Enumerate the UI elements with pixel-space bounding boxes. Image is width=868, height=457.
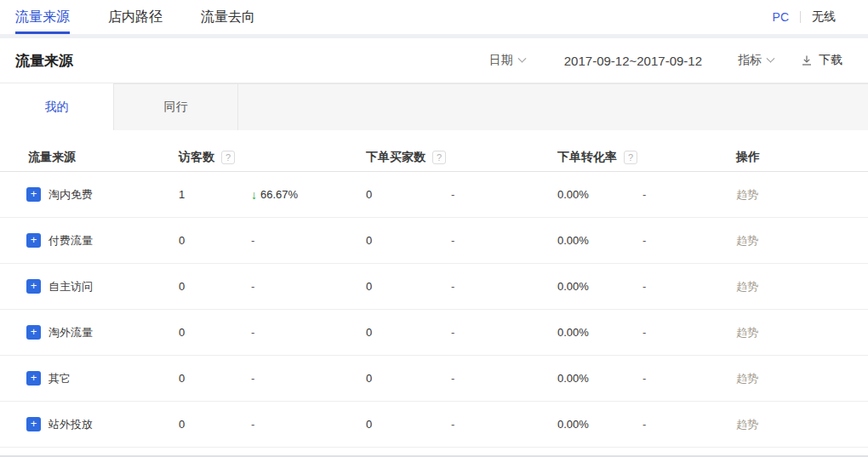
trend-link[interactable]: 趋势 bbox=[736, 371, 868, 386]
metrics-dropdown[interactable]: 指标 bbox=[738, 53, 774, 68]
divider bbox=[800, 11, 801, 23]
column-header-buyers-label: 下单买家数 bbox=[366, 150, 425, 165]
header-controls: 日期 2017-09-12~2017-09-12 指标 下载 bbox=[489, 53, 842, 68]
download-label: 下载 bbox=[819, 53, 842, 68]
expand-plus-icon[interactable]: + bbox=[26, 279, 41, 294]
buyers-change: - bbox=[451, 188, 557, 201]
conversion-value: 0.00% bbox=[557, 234, 642, 247]
nav-tab-traffic-destination[interactable]: 流量去向 bbox=[201, 0, 255, 34]
page-title: 流量来源 bbox=[15, 51, 73, 71]
table-row: + 站外投放 0 - 0 - 0.00% - 趋势 bbox=[0, 402, 868, 448]
visitors-change: - bbox=[251, 280, 366, 293]
expand-plus-icon[interactable]: + bbox=[26, 417, 41, 431]
trend-link[interactable]: 趋势 bbox=[736, 325, 868, 340]
visitors-value: 0 bbox=[179, 326, 251, 339]
source-cell: + 自主访问 bbox=[0, 279, 179, 294]
buyers-change: - bbox=[451, 234, 557, 247]
buyers-value: 0 bbox=[366, 234, 451, 247]
date-range-value[interactable]: 2017-09-12~2017-09-12 bbox=[564, 54, 702, 68]
date-dropdown[interactable]: 日期 bbox=[489, 53, 525, 68]
scope-tabs: 我的 同行 bbox=[0, 83, 868, 130]
trend-link[interactable]: 趋势 bbox=[736, 279, 868, 294]
trend-link[interactable]: 趋势 bbox=[736, 187, 868, 203]
source-label: 淘内免费 bbox=[49, 187, 93, 203]
help-icon[interactable]: ? bbox=[432, 151, 446, 164]
source-cell: + 站外投放 bbox=[0, 417, 179, 432]
expand-plus-icon[interactable]: + bbox=[26, 187, 41, 202]
visitors-change: - bbox=[251, 418, 366, 431]
source-cell: + 付费流量 bbox=[0, 233, 179, 248]
traffic-source-page: 流量来源 店内路径 流量去向 PC 无线 流量来源 日期 2017-09-12~… bbox=[0, 0, 868, 457]
visitors-value: 0 bbox=[179, 372, 251, 385]
buyers-value: 0 bbox=[366, 326, 451, 339]
expand-plus-icon[interactable]: + bbox=[26, 325, 41, 340]
source-cell: + 其它 bbox=[0, 371, 179, 386]
table-row: + 付费流量 0 - 0 - 0.00% - 趋势 bbox=[0, 218, 868, 264]
source-cell: + 淘外流量 bbox=[0, 325, 179, 340]
conversion-change: - bbox=[642, 418, 736, 431]
buyers-change: - bbox=[451, 418, 557, 431]
column-header-conversion: 下单转化率 ? bbox=[557, 150, 736, 165]
tabstrip-filler bbox=[238, 83, 868, 130]
visitors-value: 0 bbox=[179, 234, 251, 247]
top-nav: 流量来源 店内路径 流量去向 PC 无线 bbox=[0, 0, 868, 34]
visitors-change: - bbox=[251, 326, 366, 339]
source-label: 付费流量 bbox=[49, 233, 93, 248]
column-header-visitors-label: 访客数 bbox=[179, 150, 214, 165]
download-button[interactable]: 下载 bbox=[801, 53, 842, 68]
metrics-dropdown-label: 指标 bbox=[738, 53, 762, 68]
buyers-value: 0 bbox=[366, 188, 451, 201]
buyers-value: 0 bbox=[366, 418, 451, 431]
column-header-source: 流量来源 bbox=[0, 150, 179, 165]
nav-tab-instore-path[interactable]: 店内路径 bbox=[108, 0, 163, 34]
table-row: + 淘内免费 1 ↓ 66.67% 0 - 0.00% - 趋势 bbox=[0, 172, 868, 218]
content-header: 流量来源 日期 2017-09-12~2017-09-12 指标 bbox=[0, 38, 868, 83]
platform-pc-link[interactable]: PC bbox=[773, 10, 789, 24]
visitors-change: - bbox=[251, 372, 366, 385]
source-cell: + 淘内免费 bbox=[0, 187, 179, 203]
conversion-value: 0.00% bbox=[557, 280, 642, 293]
conversion-change: - bbox=[642, 280, 736, 293]
nav-tab-traffic-source[interactable]: 流量来源 bbox=[15, 0, 70, 34]
table-row: + 自主访问 0 - 0 - 0.00% - 趋势 bbox=[0, 264, 868, 310]
buyers-change: - bbox=[451, 372, 557, 385]
buyers-change: - bbox=[451, 280, 557, 293]
tab-mine[interactable]: 我的 bbox=[0, 83, 113, 130]
chevron-down-icon bbox=[517, 54, 526, 62]
platform-switcher: PC 无线 bbox=[773, 0, 868, 34]
down-arrow-icon: ↓ bbox=[251, 188, 257, 202]
conversion-change: - bbox=[642, 326, 736, 339]
table-header-row: 流量来源 访客数 ? 下单买家数 ? 下单转化率 ? 操作 bbox=[0, 143, 868, 172]
conversion-change: - bbox=[642, 188, 736, 201]
source-label: 站外投放 bbox=[49, 417, 93, 432]
buyers-value: 0 bbox=[366, 372, 451, 385]
date-dropdown-label: 日期 bbox=[489, 53, 513, 68]
table-row: + 淘外流量 0 - 0 - 0.00% - 趋势 bbox=[0, 310, 868, 356]
chevron-down-icon bbox=[767, 54, 775, 62]
table-row: + 其它 0 - 0 - 0.00% - 趋势 bbox=[0, 356, 868, 402]
trend-link[interactable]: 趋势 bbox=[736, 233, 868, 248]
buyers-value: 0 bbox=[366, 280, 451, 293]
conversion-value: 0.00% bbox=[557, 418, 642, 431]
visitors-value: 0 bbox=[179, 280, 251, 293]
column-header-buyers: 下单买家数 ? bbox=[366, 150, 557, 165]
source-label: 其它 bbox=[49, 371, 71, 386]
conversion-value: 0.00% bbox=[557, 188, 642, 201]
trend-link[interactable]: 趋势 bbox=[736, 417, 868, 432]
help-icon[interactable]: ? bbox=[624, 151, 637, 164]
tab-peers[interactable]: 同行 bbox=[113, 83, 238, 130]
expand-plus-icon[interactable]: + bbox=[26, 371, 41, 386]
expand-plus-icon[interactable]: + bbox=[26, 233, 41, 248]
traffic-source-table: 流量来源 访客数 ? 下单买家数 ? 下单转化率 ? 操作 + 淘内免费 1 bbox=[0, 143, 868, 448]
visitors-change: ↓ 66.67% bbox=[251, 188, 366, 202]
column-header-visitors: 访客数 ? bbox=[179, 150, 366, 165]
column-header-conversion-label: 下单转化率 bbox=[557, 150, 617, 165]
help-icon[interactable]: ? bbox=[221, 151, 235, 164]
visitors-change-value: 66.67% bbox=[260, 188, 298, 201]
conversion-value: 0.00% bbox=[557, 326, 642, 339]
platform-wireless-link[interactable]: 无线 bbox=[812, 9, 836, 25]
download-icon bbox=[801, 54, 813, 66]
source-label: 自主访问 bbox=[49, 279, 93, 294]
buyers-change: - bbox=[451, 326, 557, 339]
visitors-value: 0 bbox=[179, 418, 251, 431]
